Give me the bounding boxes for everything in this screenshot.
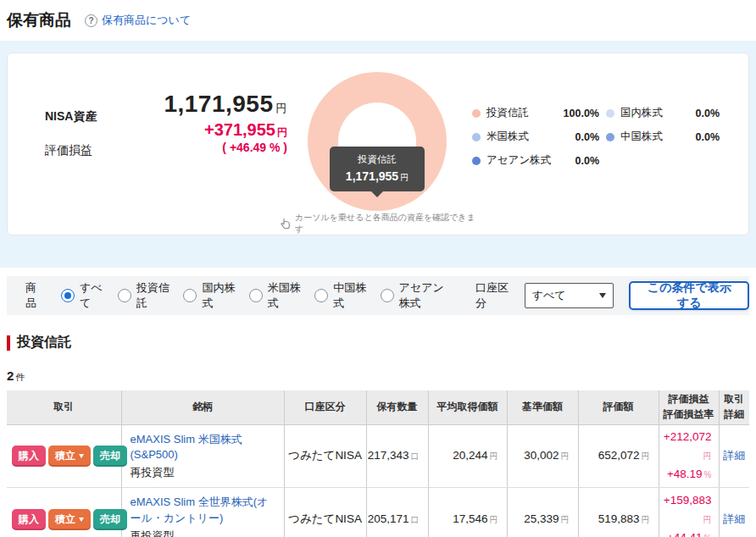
chart-tooltip: 投資信託 1,171,955円 <box>330 147 425 191</box>
column-header-base-price: 基準価額 <box>507 390 578 424</box>
quantity-cell: 217,343口 <box>366 424 428 488</box>
column-header-detail: 取引詳細 <box>719 390 749 424</box>
legend-value: 100.0% <box>564 108 599 119</box>
account-type-selected-value: すべて <box>532 288 566 303</box>
yen-unit: 円 <box>277 126 287 138</box>
sell-button[interactable]: 売却 <box>93 509 127 530</box>
column-header-value: 評価額 <box>578 390 659 424</box>
value-cell: 519,883円 <box>578 488 659 537</box>
radio-product-funds[interactable]: 投資信託 <box>118 280 170 311</box>
tooltip-value: 1,171,955円 <box>335 169 420 184</box>
detail-link[interactable]: 詳細 <box>723 512 745 525</box>
legend-dot-icon <box>606 133 614 141</box>
account-type-cell: つみたてNISA <box>284 488 366 537</box>
legend-item: 中国株式0.0% <box>606 130 720 144</box>
legend-item: 国内株式0.0% <box>606 106 720 120</box>
buy-button[interactable]: 購入 <box>12 509 46 530</box>
base-price-cell: 30,002円 <box>507 424 578 488</box>
radio-product-us-stock[interactable]: 米国株式 <box>249 280 302 311</box>
help-icon: ? <box>85 14 97 27</box>
page-header: 保有商品 ? 保有商品について <box>0 0 756 41</box>
pl-amount: +159,883円 <box>659 491 712 529</box>
pl-percent: ( +46.49 % ) <box>89 141 287 154</box>
legend-dot-icon <box>472 109 481 118</box>
chart-caption: カーソルを乗せると各商品の資産を確認できます <box>281 212 484 235</box>
value-cell: 652,072円 <box>578 424 659 488</box>
legend-value: 0.0% <box>575 131 600 143</box>
radio-icon <box>314 289 328 302</box>
pl-rate: +48.19% <box>659 465 712 484</box>
radio-icon <box>183 289 197 302</box>
summary-values: 1,171,955円 +371,955円 ( +46.49 % ) <box>89 91 287 154</box>
sell-button[interactable]: 売却 <box>93 446 127 467</box>
page-title: 保有商品 <box>7 9 71 31</box>
table-row: 購入積立売却 eMAXIS Slim 米国株式(S&P500) 再投資型 つみた… <box>7 424 749 488</box>
legend-item: アセアン株式0.0% <box>472 153 599 168</box>
pl-amount: +212,072円 <box>659 428 712 466</box>
dropdown-arrow-icon <box>599 293 606 298</box>
apply-filter-button[interactable]: この条件で表示する <box>629 281 749 310</box>
help-link[interactable]: ? 保有商品について <box>85 13 191 28</box>
avg-price-cell: 17,546円 <box>428 488 507 537</box>
legend-label: 米国株式 <box>486 130 529 144</box>
account-type-select[interactable]: すべて <box>525 283 614 308</box>
summary-card: NISA資産 評価損益 1,171,955円 +371,955円 ( +46.4… <box>7 53 749 235</box>
account-type-cell: つみたてNISA <box>284 424 366 488</box>
section-accent-bar <box>7 335 10 351</box>
yen-unit: 円 <box>276 102 288 114</box>
account-type-label: 口座区分 <box>475 280 513 311</box>
detail-cell: 詳細 <box>719 488 749 537</box>
legend-dot-icon <box>472 157 481 165</box>
radio-product-all[interactable]: すべて <box>61 280 105 311</box>
radio-product-china-stock[interactable]: 中国株式 <box>314 280 367 311</box>
trade-actions-cell: 購入積立売却 <box>7 488 121 537</box>
fund-name-link[interactable]: eMAXIS Slim 米国株式(S&P500) <box>131 433 242 462</box>
filter-bar: 商品 すべて 投資信託 国内株式 米国株式 中国株式 アセアン株式 口座区分 す… <box>7 276 749 315</box>
reserve-button[interactable]: 積立 <box>48 509 91 530</box>
fund-subtype: 再投資型 <box>131 465 275 480</box>
base-price-cell: 25,339円 <box>507 488 578 537</box>
nisa-asset-value: 1,171,955円 <box>89 91 287 118</box>
radio-product-domestic-stock[interactable]: 国内株式 <box>183 280 236 311</box>
summary-band: NISA資産 評価損益 1,171,955円 +371,955円 ( +46.4… <box>0 41 756 268</box>
pl-label: 評価損益 <box>45 143 92 158</box>
legend-value: 0.0% <box>696 131 720 143</box>
legend-label: 投資信託 <box>486 106 529 120</box>
legend-dot-icon <box>472 133 481 141</box>
fund-name-link[interactable]: eMAXIS Slim 全世界株式(オール・カントリー) <box>131 495 269 524</box>
pl-rate: +44.41% <box>659 529 712 537</box>
buy-button[interactable]: 購入 <box>12 446 46 467</box>
column-header-account: 口座区分 <box>284 390 366 424</box>
tooltip-label: 投資信託 <box>335 153 420 166</box>
legend-dot-icon <box>606 109 614 118</box>
detail-cell: 詳細 <box>719 424 749 488</box>
pl-value: +371,955円 <box>89 120 287 140</box>
trade-actions-cell: 購入積立売却 <box>7 424 121 488</box>
table-header-row: 取引 銘柄 口座区分 保有数量 平均取得価額 基準価額 評価額 評価損益評価損益… <box>7 390 749 424</box>
fund-subtype: 再投資型 <box>131 529 275 537</box>
result-count: 2件 <box>7 368 749 384</box>
radio-icon <box>249 289 263 302</box>
quantity-cell: 205,171口 <box>366 488 428 537</box>
yen-unit: 円 <box>400 173 409 182</box>
legend-item: 米国株式0.0% <box>472 130 599 144</box>
radio-icon <box>118 289 131 302</box>
holdings-page: 保有商品 ? 保有商品について NISA資産 評価損益 1,171,955円 +… <box>0 0 756 537</box>
reserve-button[interactable]: 積立 <box>48 446 91 467</box>
column-header-quantity: 保有数量 <box>366 390 428 424</box>
legend-value: 0.0% <box>575 155 600 167</box>
radio-product-asean-stock[interactable]: アセアン株式 <box>381 280 453 311</box>
holdings-table: 取引 銘柄 口座区分 保有数量 平均取得価額 基準価額 評価額 評価損益評価損益… <box>7 390 749 537</box>
pl-cell: +212,072円 +48.19% <box>659 424 719 488</box>
column-header-pl: 評価損益評価損益率 <box>659 390 719 424</box>
help-link-label: 保有商品について <box>102 13 191 28</box>
fund-section: 投資信託 2件 取引 銘柄 口座区分 保有数量 平均取得価額 基準価額 評価額 … <box>0 334 756 537</box>
table-row: 購入積立売却 eMAXIS Slim 全世界株式(オール・カントリー) 再投資型… <box>7 488 749 537</box>
avg-price-cell: 20,244円 <box>428 424 507 488</box>
detail-link[interactable]: 詳細 <box>723 449 745 462</box>
pl-cell: +159,883円 +44.41% <box>659 488 719 537</box>
legend-value: 0.0% <box>696 108 720 119</box>
cursor-icon <box>281 218 291 230</box>
fund-name-cell: eMAXIS Slim 全世界株式(オール・カントリー) 再投資型 <box>121 488 284 537</box>
section-title: 投資信託 <box>7 334 749 352</box>
